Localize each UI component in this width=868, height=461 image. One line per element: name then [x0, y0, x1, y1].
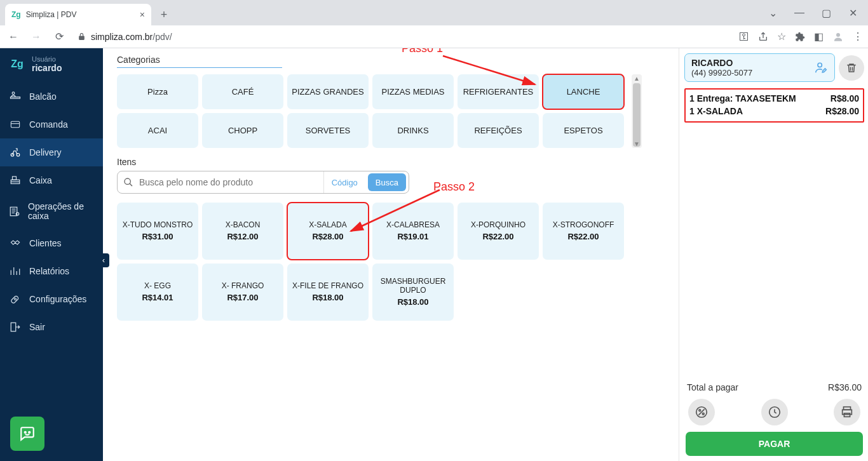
svg-line-20	[130, 184, 132, 186]
item-price: R$17.00	[227, 293, 258, 302]
item-price: R$28.00	[312, 232, 343, 241]
item-card[interactable]: X-PORQUINHOR$22.00	[458, 203, 539, 260]
url-field[interactable]: simpliza.com.br/pdv/	[78, 32, 172, 42]
svg-rect-8	[13, 177, 17, 180]
pay-button[interactable]: PAGAR	[686, 432, 863, 456]
svg-rect-2	[11, 97, 20, 98]
category-button[interactable]: SORVETES	[287, 113, 369, 148]
sidebar-item-label: Operações de caixa	[28, 202, 95, 222]
sidepanel-icon[interactable]: ◧	[814, 30, 824, 43]
item-name: X-TUDO MONSTRO	[123, 221, 193, 229]
sidebar: Zg Usuário ricardo Balcão Comanda Delive…	[0, 48, 103, 461]
item-name: X-CALABRESA	[386, 221, 440, 229]
sidebar-item-comanda[interactable]: Comanda	[0, 110, 103, 138]
category-button[interactable]: Pizza	[117, 74, 198, 109]
svg-point-26	[699, 410, 701, 411]
sidebar-item-label: Configurações	[29, 294, 86, 304]
share-icon[interactable]	[758, 32, 768, 42]
delete-order-button[interactable]	[839, 55, 864, 81]
item-card[interactable]: X-CALABRESAR$19.01	[372, 203, 454, 260]
category-button[interactable]: CAFÉ	[202, 74, 283, 109]
reload-icon[interactable]: ⟳	[51, 29, 67, 45]
item-name: X-STROGONOFF	[553, 221, 614, 229]
menu-icon[interactable]: ⋮	[853, 30, 863, 43]
total-value: R$36.00	[828, 382, 862, 392]
title-underline	[117, 67, 282, 68]
item-name: X-FILE DE FRANGO	[292, 282, 363, 290]
gear-icon	[8, 293, 23, 305]
category-scrollbar[interactable]: ▲ ▼	[632, 74, 642, 148]
customer-card[interactable]: RICARDO (44) 99920-5077	[684, 53, 835, 82]
print-button[interactable]	[834, 399, 860, 425]
extensions-icon[interactable]	[795, 32, 805, 42]
search-button[interactable]: Busca	[368, 173, 406, 191]
profile-icon[interactable]	[832, 31, 844, 43]
scroll-thumb[interactable]	[633, 83, 641, 147]
main-content: Categorias PizzaCAFÉPIZZAS GRANDESPIZZAS…	[103, 48, 679, 461]
svg-rect-3	[11, 121, 19, 127]
category-button[interactable]: REFEIÇÕES	[458, 113, 539, 148]
order-line[interactable]: 1 X-SALADAR$28.00	[689, 105, 859, 117]
sidebar-item-caixa[interactable]: Caixa	[0, 166, 103, 194]
browser-tab[interactable]: Zg Simpliza | PDV ×	[5, 4, 151, 25]
item-card[interactable]: X-SALADAR$28.00	[287, 203, 369, 260]
item-card[interactable]: X-TUDO MONSTROR$31.00	[117, 203, 198, 260]
sidebar-item-clientes[interactable]: Clientes	[0, 229, 103, 257]
item-price: R$22.00	[567, 232, 599, 241]
history-button[interactable]	[761, 399, 788, 425]
category-button[interactable]: CHOPP	[202, 113, 283, 148]
item-card[interactable]: X-STROGONOFFR$22.00	[543, 203, 624, 260]
category-button[interactable]: LANCHE	[543, 74, 624, 109]
star-icon[interactable]: ☆	[777, 30, 786, 43]
category-button[interactable]: ESPETOS	[543, 113, 624, 148]
sidebar-item-balcao[interactable]: Balcão	[0, 83, 103, 110]
logo: Zg	[8, 55, 27, 74]
item-price: R$14.01	[142, 293, 173, 302]
edit-customer-icon[interactable]	[814, 61, 828, 75]
order-line[interactable]: 1 Entrega: TAXASETEKMR$8.00	[689, 92, 859, 105]
sidebar-item-delivery[interactable]: Delivery	[0, 138, 103, 166]
sidebar-item-sair[interactable]: Sair	[0, 313, 103, 341]
category-button[interactable]: ACAI	[117, 113, 198, 148]
item-card[interactable]: X- EGGR$14.01	[117, 264, 198, 321]
items-title: Itens	[117, 157, 667, 167]
sidebar-item-relatorios[interactable]: Relatórios	[0, 257, 103, 285]
category-button[interactable]: PIZZAS GRANDES	[287, 74, 369, 109]
scroll-down-icon[interactable]: ▼	[632, 140, 642, 147]
address-bar: ← → ⟳ simpliza.com.br/pdv/ ⚿ ☆ ◧ ⋮	[0, 25, 868, 48]
item-card[interactable]: X- FRANGOR$17.00	[202, 264, 283, 321]
close-icon[interactable]: ×	[140, 10, 145, 20]
category-button[interactable]: REFRIGERANTES	[458, 74, 539, 109]
categories-title: Categorias	[117, 55, 667, 65]
reports-icon	[8, 265, 23, 277]
order-lines: 1 Entrega: TAXASETEKMR$8.001 X-SALADAR$2…	[684, 88, 864, 123]
category-button[interactable]: DRINKS	[372, 113, 454, 148]
code-button[interactable]: Código	[323, 171, 365, 193]
chevron-down-icon[interactable]: ⌄	[760, 4, 785, 22]
close-window-icon[interactable]: ✕	[840, 4, 865, 22]
order-panel: RICARDO (44) 99920-5077 1 Entrega: TAXAS…	[679, 48, 868, 461]
maximize-icon[interactable]: ▢	[813, 4, 839, 22]
key-icon[interactable]: ⚿	[739, 31, 749, 43]
card-icon	[8, 118, 23, 131]
sidebar-item-config[interactable]: Configurações	[0, 285, 103, 313]
svg-point-17	[25, 432, 26, 433]
discount-button[interactable]	[688, 399, 715, 425]
sidebar-item-label: Sair	[29, 322, 45, 332]
category-button[interactable]: PIZZAS MEDIAS	[372, 74, 454, 109]
item-card[interactable]: X-FILE DE FRANGOR$18.00	[287, 264, 369, 321]
items-grid: X-TUDO MONSTROR$31.00X-BACONR$12.00X-SAL…	[117, 203, 667, 321]
search-input[interactable]	[139, 171, 323, 193]
minimize-icon[interactable]: —	[787, 4, 812, 22]
back-icon[interactable]: ←	[5, 29, 22, 45]
item-card[interactable]: X-BACONR$12.00	[202, 203, 283, 260]
chat-fab[interactable]	[10, 417, 44, 451]
item-name: X-PORQUINHO	[471, 221, 526, 229]
user-name: ricardo	[32, 63, 62, 73]
svg-point-0	[836, 33, 840, 37]
item-card[interactable]: SMASHBURGUER DUPLOR$18.00	[372, 264, 454, 321]
scroll-up-icon[interactable]: ▲	[632, 75, 642, 82]
sidebar-item-operacoes[interactable]: Operações de caixa	[0, 194, 103, 229]
new-tab-button[interactable]: +	[155, 6, 173, 23]
annotation-step2: Passo 2	[433, 180, 475, 194]
